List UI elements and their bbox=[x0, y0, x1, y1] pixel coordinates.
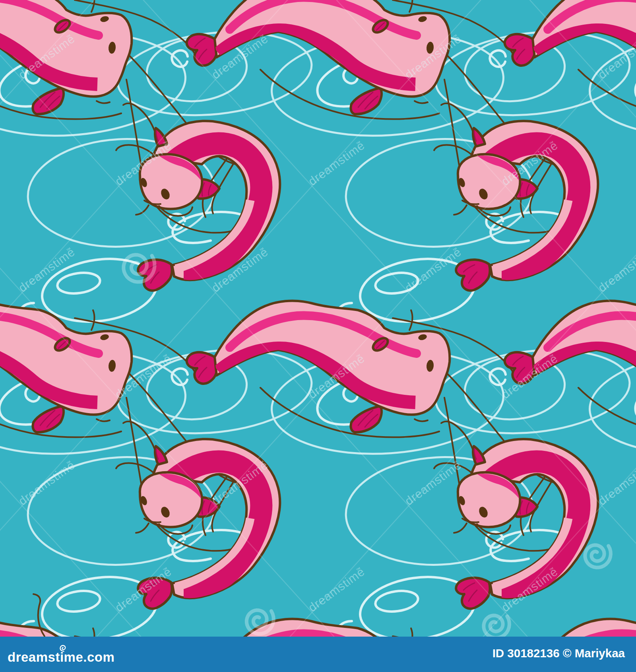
svg-text:dreamstime.com: dreamstime.com bbox=[8, 650, 114, 664]
svg-text:ID 30182136 © Mariykaa: ID 30182136 © Mariykaa bbox=[493, 647, 625, 660]
